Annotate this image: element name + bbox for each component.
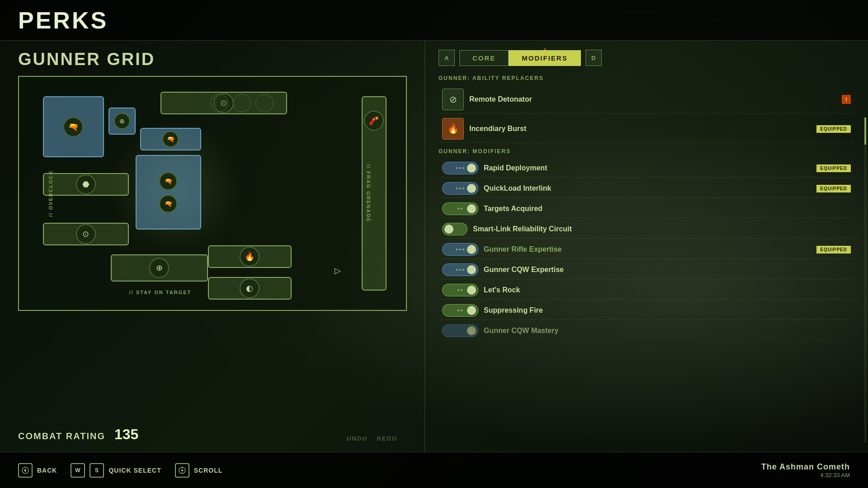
toggle-dot-r3 (462, 249, 464, 250)
combat-rating-value: 135 (114, 426, 138, 443)
redo-button[interactable]: REDO (377, 435, 397, 442)
page-title: PERKS (18, 7, 108, 34)
perk-toggle-lets-rock[interactable] (442, 284, 478, 296)
perk-slot-ammo[interactable]: ⬣ (43, 173, 129, 196)
rapid-deployment-equipped-badge: EQUIPPED (816, 164, 851, 172)
perk-name-incendiary-burst: Incendiary Burst (469, 125, 811, 133)
perk-toggle-rapid-deployment[interactable] (442, 162, 478, 174)
quick-select-s-icon: S (90, 463, 104, 478)
perk-item-cqw-mastery[interactable]: Gunner CQW Mastery (439, 322, 854, 340)
remote-detonator-alert-badge: ! (842, 95, 851, 104)
footer-scroll-control: SCROLL (175, 463, 223, 478)
perk-name-smart-link: Smart-Link Reliability Circuit (473, 225, 851, 233)
tab-warning-icon: ⚠ (542, 47, 548, 55)
empty-slot-2[interactable] (233, 94, 251, 112)
game-mode-label: The Ashman Cometh (761, 462, 850, 472)
perk-name-cqw-mastery: Gunner CQW Mastery (484, 327, 851, 335)
toggle-dot-3 (462, 167, 464, 169)
scroll-thumb[interactable] (864, 117, 866, 145)
perk-toggle-cqw-mastery[interactable] (442, 324, 478, 337)
perk-slot-bird[interactable]: ◐ (208, 277, 292, 300)
toggle-dots-rifle (456, 249, 464, 250)
back-label: BACK (37, 467, 57, 474)
toggle-dot-cqw1 (456, 269, 458, 271)
perk-name-rifle-expertise: Gunner Rifle Expertise (484, 245, 811, 253)
perk-name-suppressing-fire: Suppressing Fire (484, 306, 851, 314)
perk-icon-weapon1: 🔫 (162, 131, 179, 147)
toggle-knob-suppressing (467, 306, 476, 315)
perk-item-smart-link[interactable]: Smart-Link Reliability Circuit (439, 220, 854, 239)
perk-name-remote-detonator: Remote Detonator (469, 95, 836, 103)
toggle-dot-1 (456, 167, 458, 169)
stay-target-label: // STAY ON TARGET (129, 290, 192, 295)
footer-back-control[interactable]: BACK (18, 463, 57, 478)
perk-slot-overclock2[interactable]: ⊙ (43, 223, 129, 245)
toggle-dots-rapid (456, 167, 464, 169)
perk-icon-weapon2: 🔫 (159, 172, 177, 190)
perk-slot-center-main[interactable]: 🔫 🔫 (136, 155, 201, 230)
perk-item-rifle-expertise[interactable]: Gunner Rifle Expertise EQUIPPED (439, 240, 854, 259)
tab-key-a[interactable]: A (439, 50, 455, 66)
toggle-dot-sf1 (458, 310, 460, 311)
ability-replacers-header: GUNNER: ABILITY REPLACERS (439, 75, 854, 81)
tabs-row: A CORE ⚠ MODIFIERS D (439, 50, 854, 66)
perk-item-targets-acquired[interactable]: Targets Acquired (439, 200, 854, 218)
toggle-knob-quickload (467, 184, 476, 193)
perk-icon-gun2: ⊕ (114, 113, 130, 129)
right-panel: A CORE ⚠ MODIFIERS D GUNNER: ABILITY REP… (425, 41, 868, 452)
perk-icon-clock: ⊙ (76, 224, 96, 244)
perk-toggle-targets-acquired[interactable] (442, 202, 478, 215)
scroll-icon (175, 463, 189, 478)
toggle-dot-q1 (456, 188, 458, 189)
perk-icon-remote-detonator: ⊘ (449, 94, 457, 105)
perk-slot-fire[interactable]: 🔥 (208, 245, 292, 268)
toggle-dot-lr2 (461, 289, 463, 291)
footer-quick-select-control: W S QUICK SELECT (71, 463, 161, 478)
perk-item-cqw-expertise[interactable]: Gunner CQW Expertise (439, 261, 854, 279)
toggle-dots-cqw-exp (456, 269, 464, 271)
scroll-label: SCROLL (194, 467, 223, 474)
perk-item-incendiary-burst[interactable]: 🔥 Incendiary Burst EQUIPPED (439, 115, 854, 143)
perk-toggle-quickload[interactable] (442, 182, 478, 195)
cursor: ▷ (335, 266, 341, 276)
perk-toggle-suppressing-fire[interactable] (442, 304, 478, 317)
perk-item-suppressing-fire[interactable]: Suppressing Fire (439, 301, 854, 320)
tab-key-d[interactable]: D (585, 50, 602, 66)
toggle-dot-r1 (456, 249, 458, 250)
quick-select-label: QUICK SELECT (108, 467, 161, 474)
quickload-equipped-badge: EQUIPPED (816, 185, 851, 192)
footer-controls: BACK W S QUICK SELECT SCROLL (18, 463, 222, 478)
perk-item-quickload-interlink[interactable]: QuickLoad Interlink EQUIPPED (439, 179, 854, 198)
empty-slots-top (210, 94, 274, 112)
toggle-dots-lets-rock (458, 289, 463, 291)
grid-container: // OVERCLOCK // FRAG GRENADE ⊙ 🔫 ⊕ (18, 76, 407, 311)
tab-core[interactable]: CORE (459, 50, 509, 66)
perk-icon-target: ⊕ (149, 258, 169, 278)
perk-slot-stay-on-target[interactable]: ⊕ (111, 254, 208, 282)
empty-slot-1[interactable] (210, 94, 228, 112)
toggle-knob-lets-rock (467, 286, 476, 295)
perk-toggle-smart-link[interactable] (442, 223, 467, 235)
footer-time: 4:32:33 AM (761, 472, 850, 479)
perk-icon-bird: ◐ (240, 278, 259, 298)
perk-item-lets-rock[interactable]: Let's Rock (439, 281, 854, 300)
perk-icon-incendiary-burst: 🔥 (448, 123, 459, 134)
toggle-dot-cqw2 (459, 269, 461, 271)
perk-toggle-rifle-expertise[interactable] (442, 243, 478, 256)
svg-point-2 (181, 469, 183, 471)
footer-right: The Ashman Cometh 4:32:33 AM (761, 462, 850, 479)
empty-slot-3[interactable] (255, 94, 274, 112)
perk-slot-left2[interactable]: ⊕ (108, 108, 136, 135)
perk-slot-center-r2[interactable]: 🔫 (140, 128, 201, 150)
incendiary-burst-equipped-badge: EQUIPPED (816, 125, 851, 133)
perk-slot-left-top[interactable]: 🔫 (43, 96, 104, 157)
perk-toggle-cqw-expertise[interactable] (442, 263, 478, 276)
perk-slot-frag[interactable]: 🧨 (362, 96, 387, 291)
toggle-dots-targets (458, 208, 463, 210)
footer: BACK W S QUICK SELECT SCROLL The Ashman … (0, 452, 868, 488)
undo-button[interactable]: UNDO (347, 435, 368, 442)
perk-item-rapid-deployment[interactable]: Rapid Deployment EQUIPPED (439, 159, 854, 178)
perk-item-remote-detonator[interactable]: ⊘ Remote Detonator ! (439, 86, 854, 113)
modifiers-header: GUNNER: MODIFIERS (439, 148, 854, 155)
toggle-dot-2 (459, 167, 461, 169)
